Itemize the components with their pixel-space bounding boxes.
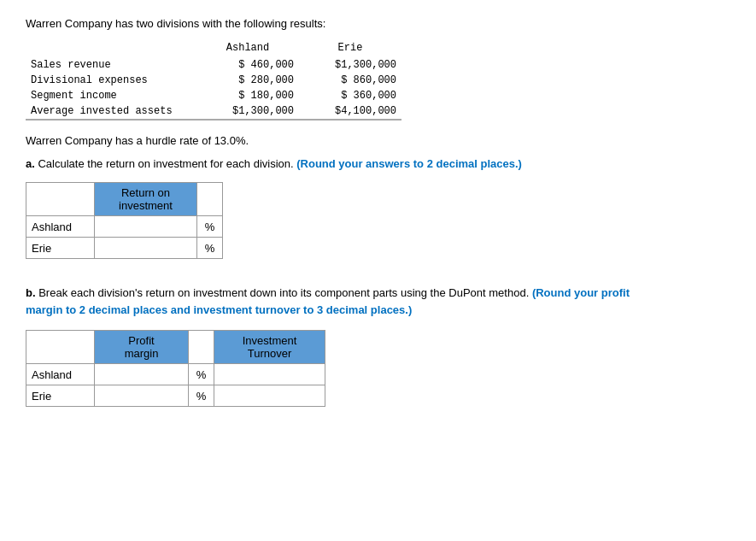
division-label: Ashland <box>26 216 95 238</box>
percent-unit: % <box>189 364 214 385</box>
row-label: Average invested assets <box>26 103 196 120</box>
table-row: Ashland % <box>26 364 325 385</box>
data-row: Segment income $ 180,000 $ 360,000 <box>26 88 401 103</box>
ashland-value: $ 280,000 <box>196 73 299 88</box>
table-b: Profitmargin InvestmentTurnover Ashland … <box>26 330 325 407</box>
return-input[interactable] <box>95 238 196 258</box>
erie-value: $4,100,000 <box>299 103 401 120</box>
table-row: Ashland % <box>26 216 223 238</box>
return-input-cell[interactable] <box>95 238 197 259</box>
ashland-value: $ 460,000 <box>196 57 299 73</box>
ashland-value: $ 180,000 <box>196 88 299 103</box>
data-row: Divisional expenses $ 280,000 $ 860,000 <box>26 73 401 88</box>
data-row: Sales revenue $ 460,000 $1,300,000 <box>26 57 401 73</box>
erie-header: Erie <box>299 40 401 57</box>
table-a: Return oninvestment Ashland % Erie % <box>26 182 223 259</box>
question-b-label: b. Break each division's return on inves… <box>26 285 730 318</box>
ashland-value: $1,300,000 <box>196 103 299 120</box>
profit-margin-input-cell[interactable] <box>95 364 189 385</box>
investment-turnover-input[interactable] <box>214 385 325 406</box>
table-row: Erie % <box>26 238 223 259</box>
ashland-header: Ashland <box>196 40 299 57</box>
profit-margin-input-cell[interactable] <box>95 385 189 407</box>
percent-unit: % <box>189 385 214 407</box>
question-a-label: a. Calculate the return on investment fo… <box>26 157 730 170</box>
erie-value: $1,300,000 <box>299 57 401 73</box>
row-label: Sales revenue <box>26 57 196 73</box>
division-label: Erie <box>26 238 95 259</box>
investment-turnover-input-cell[interactable] <box>214 364 325 385</box>
col-investment-header: InvestmentTurnover <box>214 331 325 364</box>
percent-unit: % <box>197 216 223 238</box>
percent-unit: % <box>197 238 223 259</box>
profit-margin-input[interactable] <box>95 385 188 406</box>
intro-text: Warren Company has two divisions with th… <box>26 17 730 30</box>
profit-margin-input[interactable] <box>95 364 188 385</box>
return-input[interactable] <box>95 216 196 237</box>
table-row: Erie % <box>26 385 325 407</box>
data-table: Ashland Erie Sales revenue $ 460,000 $1,… <box>26 40 401 121</box>
division-label: Ashland <box>26 364 95 385</box>
row-label: Divisional expenses <box>26 73 196 88</box>
return-input-cell[interactable] <box>95 216 197 238</box>
data-row: Average invested assets $1,300,000 $4,10… <box>26 103 401 120</box>
row-label: Segment income <box>26 88 196 103</box>
erie-value: $ 860,000 <box>299 73 401 88</box>
col-return-header: Return oninvestment <box>95 183 197 216</box>
erie-value: $ 360,000 <box>299 88 401 103</box>
investment-turnover-input-cell[interactable] <box>214 385 325 407</box>
question-a-note: (Round your answers to 2 decimal places.… <box>296 157 522 170</box>
col-profit-header: Profitmargin <box>95 331 189 364</box>
hurdle-text: Warren Company has a hurdle rate of 13.0… <box>26 134 730 147</box>
investment-turnover-input[interactable] <box>214 364 325 385</box>
question-b-note: (Round your profitmargin to 2 decimal pl… <box>26 286 630 316</box>
division-label: Erie <box>26 385 95 407</box>
